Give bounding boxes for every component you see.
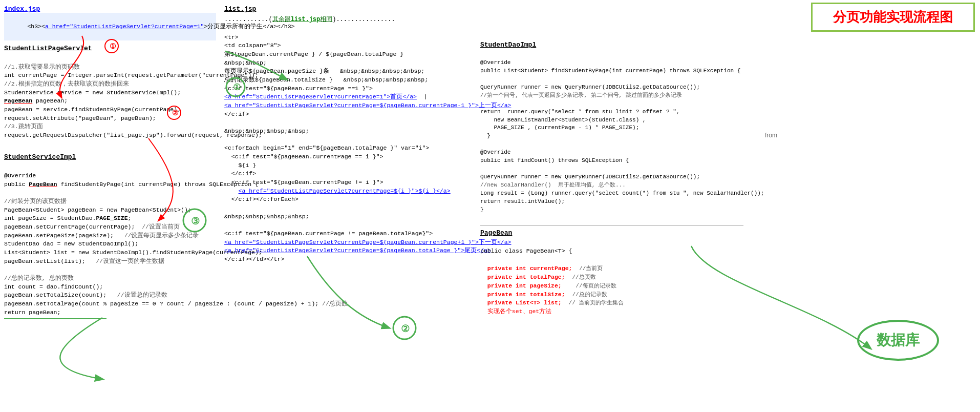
pagebean-code: public class PageBean<T> { private int c… [480,239,743,325]
pagebean-title: PageBean [480,229,743,237]
servlet-code: //1.获取需要显示的页码数 int currentPage = Integer… [4,54,216,148]
dao-code: @Override public List<Student> findStude… [480,51,743,222]
servlet-title: StudentListPageServlet [4,45,216,52]
right-column: StudentDaoImpl @Override public List<Stu… [476,0,748,412]
service-title: StudentServiceImpl [4,153,216,161]
list-code: <tr> <td colspan="8"> 第${pageBean.curren… [224,25,472,272]
service-code: @Override public PageBean findStudentByP… [4,163,216,336]
middle-column: list.jsp ............(其余跟list.jsp相同)....… [220,0,476,412]
list-file-title: list.jsp [224,5,472,13]
dots-line: ............(其余跟list.jsp相同).............… [224,15,472,24]
diagram-box: 分页功能实现流程图 [811,3,975,32]
dao-title: StudentDaoImpl [480,41,743,49]
index-code: <h3><a href="StudentListPageServlet?curr… [4,13,216,40]
database-oval: 数据库 [857,320,939,361]
svg-text:from: from [765,132,777,139]
diagram-title: 分页功能实现流程图 [833,9,953,25]
left-column: index.jsp <h3><a href="StudentListPageSe… [0,0,220,412]
db-label: 数据库 [877,331,920,350]
index-file-title: index.jsp [4,5,216,13]
